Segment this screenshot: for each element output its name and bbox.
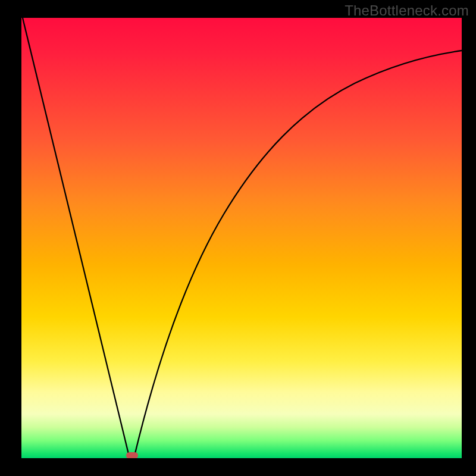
plot-area [21, 18, 462, 458]
chart-frame: TheBottleneck.com [0, 0, 476, 476]
minimum-marker [126, 452, 138, 458]
watermark-text: TheBottleneck.com [345, 2, 469, 19]
curve-layer [21, 18, 462, 458]
bottleneck-curve [23, 18, 462, 458]
